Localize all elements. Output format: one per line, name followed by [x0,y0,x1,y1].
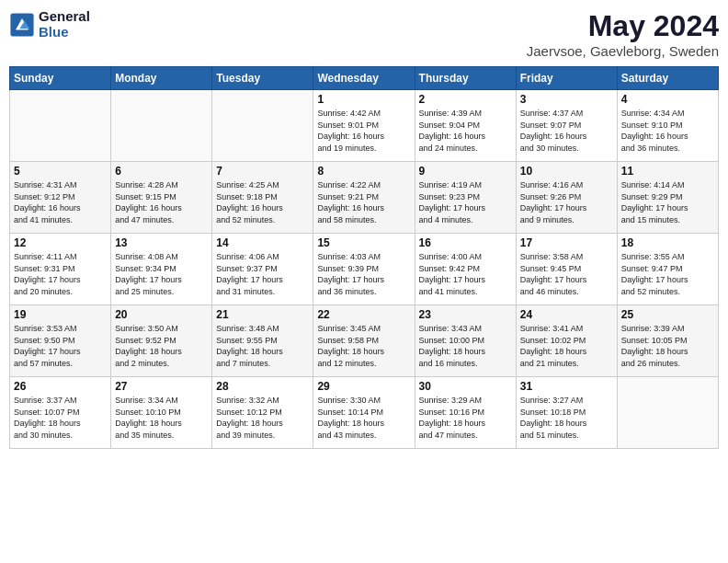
day-info: Sunrise: 3:30 AM Sunset: 10:14 PM Daylig… [317,395,410,441]
day-number: 27 [115,380,208,393]
day-number: 6 [115,165,208,178]
day-info: Sunrise: 4:11 AM Sunset: 9:31 PM Dayligh… [14,251,107,297]
day-number: 16 [419,236,512,249]
day-cell: 11Sunrise: 4:14 AM Sunset: 9:29 PM Dayli… [617,162,718,234]
day-info: Sunrise: 4:06 AM Sunset: 9:37 PM Dayligh… [216,251,309,297]
week-row-3: 12Sunrise: 4:11 AM Sunset: 9:31 PM Dayli… [10,234,719,305]
day-cell: 19Sunrise: 3:53 AM Sunset: 9:50 PM Dayli… [10,305,111,377]
day-number: 8 [317,165,410,178]
day-info: Sunrise: 3:45 AM Sunset: 9:58 PM Dayligh… [317,323,410,369]
day-number: 22 [317,308,410,321]
week-row-5: 26Sunrise: 3:37 AM Sunset: 10:07 PM Dayl… [10,377,719,449]
day-cell: 20Sunrise: 3:50 AM Sunset: 9:52 PM Dayli… [111,305,212,377]
day-info: Sunrise: 4:22 AM Sunset: 9:21 PM Dayligh… [317,179,410,225]
day-info: Sunrise: 3:34 AM Sunset: 10:10 PM Daylig… [115,395,208,441]
day-number: 20 [115,308,208,321]
logo: General Blue [9,9,90,40]
day-info: Sunrise: 3:27 AM Sunset: 10:18 PM Daylig… [520,395,613,441]
week-row-2: 5Sunrise: 4:31 AM Sunset: 9:12 PM Daylig… [10,162,719,234]
day-number: 15 [317,236,410,249]
day-cell: 15Sunrise: 4:03 AM Sunset: 9:39 PM Dayli… [313,234,415,305]
day-number: 4 [621,93,714,106]
day-cell: 7Sunrise: 4:25 AM Sunset: 9:18 PM Daylig… [212,162,313,234]
weekday-header-saturday: Saturday [617,67,718,90]
day-number: 3 [520,93,613,106]
weekday-header-tuesday: Tuesday [212,67,313,90]
day-info: Sunrise: 3:55 AM Sunset: 9:47 PM Dayligh… [621,251,714,297]
day-cell: 27Sunrise: 3:34 AM Sunset: 10:10 PM Dayl… [111,377,212,449]
day-number: 5 [14,165,107,178]
day-number: 10 [520,165,613,178]
day-info: Sunrise: 3:48 AM Sunset: 9:55 PM Dayligh… [216,323,309,369]
day-cell: 23Sunrise: 3:43 AM Sunset: 10:00 PM Dayl… [415,305,516,377]
day-number: 2 [419,93,512,106]
day-cell: 5Sunrise: 4:31 AM Sunset: 9:12 PM Daylig… [10,162,111,234]
day-info: Sunrise: 4:31 AM Sunset: 9:12 PM Dayligh… [14,179,107,225]
day-number: 21 [216,308,309,321]
day-cell: 2Sunrise: 4:39 AM Sunset: 9:04 PM Daylig… [415,90,516,162]
weekday-header-friday: Friday [516,67,617,90]
day-info: Sunrise: 3:53 AM Sunset: 9:50 PM Dayligh… [14,323,107,369]
day-cell: 1Sunrise: 4:42 AM Sunset: 9:01 PM Daylig… [313,90,415,162]
day-info: Sunrise: 3:41 AM Sunset: 10:02 PM Daylig… [520,323,613,369]
day-info: Sunrise: 3:43 AM Sunset: 10:00 PM Daylig… [419,323,512,369]
day-cell: 10Sunrise: 4:16 AM Sunset: 9:26 PM Dayli… [516,162,617,234]
day-cell: 28Sunrise: 3:32 AM Sunset: 10:12 PM Dayl… [212,377,313,449]
calendar-title: May 2024 [527,9,719,43]
day-cell: 30Sunrise: 3:29 AM Sunset: 10:16 PM Dayl… [415,377,516,449]
day-cell: 4Sunrise: 4:34 AM Sunset: 9:10 PM Daylig… [617,90,718,162]
day-info: Sunrise: 4:03 AM Sunset: 9:39 PM Dayligh… [317,251,410,297]
day-number: 26 [14,380,107,393]
day-info: Sunrise: 4:19 AM Sunset: 9:23 PM Dayligh… [419,179,512,225]
day-number: 1 [317,93,410,106]
day-info: Sunrise: 3:29 AM Sunset: 10:16 PM Daylig… [419,395,512,441]
day-cell: 12Sunrise: 4:11 AM Sunset: 9:31 PM Dayli… [10,234,111,305]
day-cell [111,90,212,162]
day-cell: 29Sunrise: 3:30 AM Sunset: 10:14 PM Dayl… [313,377,415,449]
day-number: 28 [216,380,309,393]
day-cell: 3Sunrise: 4:37 AM Sunset: 9:07 PM Daylig… [516,90,617,162]
day-info: Sunrise: 4:16 AM Sunset: 9:26 PM Dayligh… [520,179,613,225]
weekday-header-sunday: Sunday [10,67,111,90]
day-cell: 18Sunrise: 3:55 AM Sunset: 9:47 PM Dayli… [617,234,718,305]
day-info: Sunrise: 3:58 AM Sunset: 9:45 PM Dayligh… [520,251,613,297]
day-cell: 25Sunrise: 3:39 AM Sunset: 10:05 PM Dayl… [617,305,718,377]
day-info: Sunrise: 4:14 AM Sunset: 9:29 PM Dayligh… [621,179,714,225]
day-number: 31 [520,380,613,393]
logo-text: General Blue [39,9,90,40]
day-info: Sunrise: 4:08 AM Sunset: 9:34 PM Dayligh… [115,251,208,297]
day-cell: 17Sunrise: 3:58 AM Sunset: 9:45 PM Dayli… [516,234,617,305]
day-number: 14 [216,236,309,249]
weekday-header-thursday: Thursday [415,67,516,90]
day-number: 7 [216,165,309,178]
day-info: Sunrise: 3:32 AM Sunset: 10:12 PM Daylig… [216,395,309,441]
weekday-header-wednesday: Wednesday [313,67,415,90]
day-number: 13 [115,236,208,249]
week-row-4: 19Sunrise: 3:53 AM Sunset: 9:50 PM Dayli… [10,305,719,377]
day-number: 30 [419,380,512,393]
day-info: Sunrise: 4:34 AM Sunset: 9:10 PM Dayligh… [621,108,714,154]
day-cell: 14Sunrise: 4:06 AM Sunset: 9:37 PM Dayli… [212,234,313,305]
day-info: Sunrise: 4:42 AM Sunset: 9:01 PM Dayligh… [317,108,410,154]
day-cell: 26Sunrise: 3:37 AM Sunset: 10:07 PM Dayl… [10,377,111,449]
day-info: Sunrise: 4:37 AM Sunset: 9:07 PM Dayligh… [520,108,613,154]
weekday-header-row: SundayMondayTuesdayWednesdayThursdayFrid… [10,67,719,90]
day-number: 11 [621,165,714,178]
day-cell [617,377,718,449]
day-number: 25 [621,308,714,321]
day-info: Sunrise: 4:39 AM Sunset: 9:04 PM Dayligh… [419,108,512,154]
day-cell: 24Sunrise: 3:41 AM Sunset: 10:02 PM Dayl… [516,305,617,377]
day-cell: 22Sunrise: 3:45 AM Sunset: 9:58 PM Dayli… [313,305,415,377]
day-number: 23 [419,308,512,321]
day-info: Sunrise: 3:50 AM Sunset: 9:52 PM Dayligh… [115,323,208,369]
day-cell: 6Sunrise: 4:28 AM Sunset: 9:15 PM Daylig… [111,162,212,234]
title-block: May 2024 Jaervsoe, Gaevleborg, Sweden [527,9,719,59]
day-cell: 21Sunrise: 3:48 AM Sunset: 9:55 PM Dayli… [212,305,313,377]
day-number: 29 [317,380,410,393]
day-info: Sunrise: 3:37 AM Sunset: 10:07 PM Daylig… [14,395,107,441]
day-cell [10,90,111,162]
day-number: 17 [520,236,613,249]
header: General Blue May 2024 Jaervsoe, Gaevlebo… [9,9,719,59]
day-info: Sunrise: 4:28 AM Sunset: 9:15 PM Dayligh… [115,179,208,225]
day-info: Sunrise: 4:25 AM Sunset: 9:18 PM Dayligh… [216,179,309,225]
